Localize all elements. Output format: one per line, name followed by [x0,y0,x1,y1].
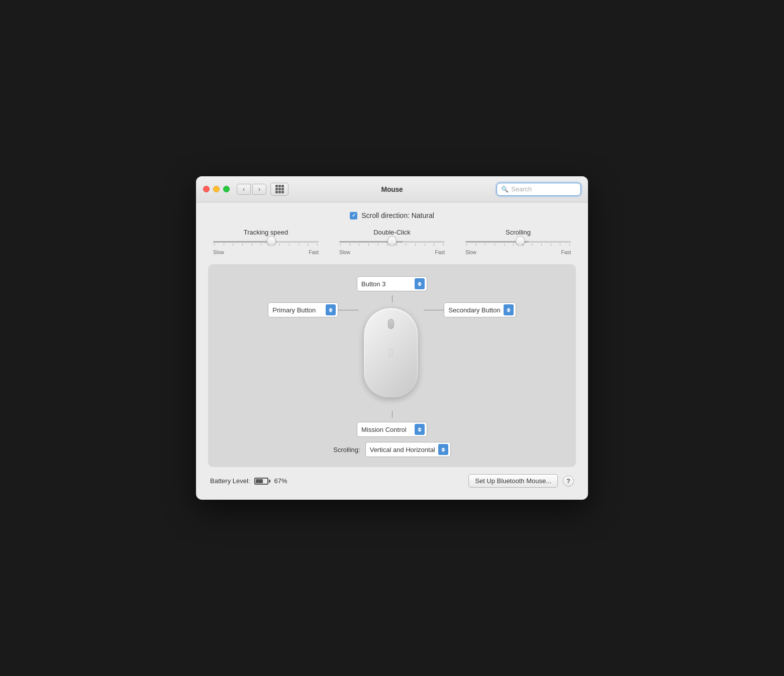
thumb-point [389,244,395,247]
nav-buttons: ‹ › [237,184,266,195]
battery-percent: 67% [274,477,287,485]
tracking-speed-slider-group: Tracking speed Slow [213,229,319,255]
scrolling-track-container [465,241,571,246]
mission-control-dropdown[interactable]: Mission Control [357,422,427,437]
tracking-speed-title: Tracking speed [244,229,288,236]
arrow-up-icon [507,308,511,310]
search-icon: 🔍 [501,186,509,193]
secondary-arrows-icon [504,304,514,315]
button3-label: Button 3 [361,280,412,288]
sliders-row: Tracking speed Slow [208,229,576,255]
back-button[interactable]: ‹ [237,184,251,195]
traffic-lights [203,186,230,192]
thumb-point [518,244,523,247]
mission-control-label: Mission Control [361,426,412,433]
button3-arrows-icon [415,278,425,289]
button3-dropdown[interactable]: Button 3 [357,276,427,291]
secondary-button-label: Secondary Button [448,306,500,314]
search-box[interactable]: 🔍 [497,183,581,196]
mission-control-arrows-icon [415,424,425,435]
double-click-track [339,241,445,243]
tracking-fast-label: Fast [309,250,319,255]
help-button[interactable]: ? [563,476,574,487]
scrolling-track [465,241,571,243]
left-connector-line [338,310,358,310]
primary-arrows-icon [326,304,336,315]
arrow-up-icon [441,447,445,449]
arrow-up-icon [418,427,422,429]
scroll-direction-checkbox[interactable]: ✓ [350,212,357,219]
double-click-title: Double-Click [373,229,411,236]
scrolling-row-label: Scrolling: [333,446,360,454]
maximize-button[interactable] [223,186,230,192]
battery-tip-icon [269,480,270,483]
battery-body [254,478,268,485]
search-input[interactable] [511,185,576,193]
battery-label: Battery Level: [210,477,250,485]
button3-row: Button 3 [223,276,561,291]
arrow-down-icon [418,430,422,432]
bottom-connector [223,411,561,418]
window-title: Mouse [381,185,403,193]
battery-area: Battery Level: 67% [210,477,287,485]
secondary-button-dropdown[interactable]: Secondary Button [444,302,516,317]
primary-button-label: Primary Button [272,306,323,314]
arrow-down-icon [329,310,333,312]
grid-button[interactable] [270,183,288,196]
forward-button[interactable]: › [252,184,266,195]
mouse-image:  [358,302,424,403]
double-click-thumb[interactable] [387,236,397,247]
scrolling-slider-group: Scrolling Slow [465,229,571,255]
thumb-point [269,244,274,247]
arrow-down-icon [418,284,422,286]
scrolling-title: Scrolling [506,229,531,236]
scrolling-type-dropdown[interactable]: Vertical and Horizontal [365,442,451,457]
scrolling-fast-label: Fast [561,250,571,255]
bottom-dropdowns: Mission Control Scrolling: Vertical and … [223,422,561,457]
double-click-slider-group: Double-Click Slow [339,229,445,255]
content-area: ✓ Scroll direction: Natural Tracking spe… [196,202,588,500]
arrow-down-icon [507,310,511,312]
double-click-fast-label: Fast [435,250,445,255]
scrolling-labels: Slow Fast [465,250,571,255]
arrow-down-icon [441,450,445,452]
apple-logo-icon:  [389,346,394,360]
scrolling-thumb[interactable] [516,236,525,247]
grid-icon [275,185,284,193]
arrow-up-icon [418,282,422,284]
mouse-center:  [358,302,424,403]
footer-right: Set Up Bluetooth Mouse... ? [468,474,574,488]
tracking-speed-thumb[interactable] [267,236,276,247]
tracking-speed-ticks [213,244,319,246]
main-window: ‹ › Mouse 🔍 ✓ Scroll direction: Natural [196,176,588,500]
titlebar: ‹ › Mouse 🔍 [196,176,588,202]
close-button[interactable] [203,186,210,192]
primary-button-dropdown[interactable]: Primary Button [268,302,338,317]
double-click-track-container [339,241,445,246]
bottom-connector-line [392,411,393,418]
minimize-button[interactable] [213,186,220,192]
scroll-direction-row: ✓ Scroll direction: Natural [208,211,576,219]
battery-fill [256,479,263,483]
double-click-labels: Slow Fast [339,250,445,255]
top-connector [223,295,561,302]
mouse-panel: Button 3 Primary Button [208,264,576,467]
footer: Battery Level: 67% Set Up Bluetooth Mous… [208,467,576,490]
arrow-up-icon [329,308,333,310]
top-connector-line [392,295,393,302]
primary-button-connector: Primary Button [268,302,358,317]
tracking-speed-track-container [213,241,319,246]
tracking-speed-track [213,241,319,243]
tracking-speed-labels: Slow Fast [213,250,319,255]
secondary-button-connector: Secondary Button [424,302,516,317]
scroll-wheel [388,319,394,329]
mouse-area: Primary Button  [223,302,561,403]
right-connector-line [424,310,444,310]
double-click-slow-label: Slow [339,250,350,255]
mouse-body:  [363,307,419,398]
scrolling-type-label: Vertical and Horizontal [370,446,435,454]
scrolling-row: Scrolling: Vertical and Horizontal [333,442,451,457]
battery-icon [254,478,270,485]
scroll-direction-label: Scroll direction: Natural [361,211,434,219]
bluetooth-setup-button[interactable]: Set Up Bluetooth Mouse... [468,474,558,488]
